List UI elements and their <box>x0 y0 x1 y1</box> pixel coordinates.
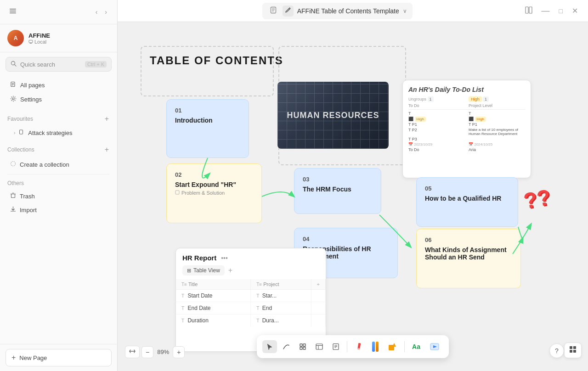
frame-tool-button[interactable] <box>295 340 310 353</box>
add-view-button[interactable]: + <box>227 265 233 275</box>
card-hrm-focus[interactable]: 03 The HRM Focus <box>294 168 381 214</box>
sidebar-item-trash[interactable]: Trash <box>3 189 114 203</box>
toolbar-separator-2 <box>404 341 405 352</box>
card-start-expound[interactable]: 02 Start Expound "HR" Problem & Solution <box>166 163 262 223</box>
minimize-button[interactable]: — <box>539 4 553 17</box>
project-col-icon: T≡ <box>256 282 262 287</box>
shapes-tool-button[interactable] <box>384 339 401 354</box>
text-tool-button[interactable]: Aa <box>408 340 424 353</box>
user-info: AFFiNE Local <box>28 32 50 45</box>
collections-label: Collections <box>7 146 34 153</box>
search-bar[interactable]: Quick search Ctrl + K <box>6 57 112 72</box>
todo-row-2: ⬛ High ⬛ High <box>408 117 525 121</box>
collections-section-header: Collections + <box>0 142 117 157</box>
svg-rect-0 <box>10 9 16 10</box>
table-row: T Duration T Dura... <box>176 315 326 327</box>
connector-tool-button[interactable] <box>279 340 294 353</box>
layout-toggle-button[interactable] <box>522 5 535 17</box>
row-icon-3: T <box>181 318 184 323</box>
user-location: Local <box>28 39 50 45</box>
card-06-number: 06 <box>425 236 512 243</box>
favourites-section-header: Favourites + <box>0 111 117 127</box>
sidebar: ‹ › A AFFiNE Local Quick searc <box>0 0 118 371</box>
sidebar-footer: + New Page <box>0 344 117 371</box>
new-page-label: New Page <box>19 354 47 361</box>
row-duration-title: T Duration <box>176 315 251 327</box>
pages-icon <box>10 81 17 89</box>
svg-rect-2 <box>10 13 16 14</box>
bottom-toolbar: Aa <box>257 335 449 358</box>
svg-point-12 <box>12 98 14 100</box>
close-button[interactable]: ✕ <box>569 5 581 17</box>
edit-mode-icon[interactable] <box>283 6 294 17</box>
sidebar-item-attack-strategies[interactable]: › Attack strategies <box>3 127 114 139</box>
todo-divider-1 <box>408 109 525 110</box>
select-tool-button[interactable] <box>262 340 277 353</box>
row-icon: T <box>181 293 184 298</box>
svg-rect-1 <box>10 11 16 11</box>
canvas-container: TABLE OF CONTENTS 01 Introduction 02 Sta… <box>118 22 588 371</box>
card-05-number: 05 <box>425 185 509 192</box>
settings-label: Settings <box>20 96 42 103</box>
add-favourite-button[interactable]: + <box>104 114 110 124</box>
zoom-out-button[interactable]: − <box>141 346 153 358</box>
card-03-number: 03 <box>303 176 373 183</box>
todo-card: An HR's Daily To-Do List Ungroups 1 High… <box>402 80 531 178</box>
svg-rect-5 <box>30 43 32 44</box>
db-card-header: HR Report ••• <box>176 248 326 265</box>
window-title: AFFiNE Table of Contents Template <box>297 7 399 15</box>
table-row: T Start Date T Star... <box>176 290 326 302</box>
user-name: AFFiNE <box>28 32 50 39</box>
help-button[interactable]: ? <box>549 343 564 358</box>
media-icon <box>430 342 440 352</box>
svg-line-7 <box>15 65 17 67</box>
nav-forward-button[interactable]: › <box>102 7 110 17</box>
fit-zoom-button[interactable] <box>125 346 140 358</box>
todo-row-p1: T P1 T P1 <box>408 122 525 127</box>
col-add[interactable]: + <box>311 279 325 290</box>
doc-mode-icon[interactable] <box>268 6 279 17</box>
row-icon-2: T <box>181 306 184 311</box>
nav-back-button[interactable]: ‹ <box>93 7 101 17</box>
shapes-icon <box>388 342 397 351</box>
todo-row-p3: T P3 <box>408 137 525 141</box>
chevron-right-icon: › <box>14 130 15 135</box>
card-what-kinds[interactable]: 06 What Kinds of Assignment Should an HR… <box>416 229 521 288</box>
add-collection-button[interactable]: + <box>104 145 110 155</box>
svg-rect-48 <box>573 350 576 353</box>
table-view-tab[interactable]: ⊞ Table View <box>182 265 225 275</box>
svg-rect-37 <box>357 343 361 349</box>
sidebar-item-create-collection[interactable]: Create a collection <box>3 157 114 171</box>
settings-icon <box>10 96 17 103</box>
zoom-in-button[interactable]: + <box>173 346 185 358</box>
card-qualified-hr[interactable]: 05 How to be a Qualified HR <box>416 177 518 227</box>
page-icon <box>19 129 24 136</box>
row-start-date-project: T Star... <box>251 290 311 302</box>
grid-view-button[interactable] <box>564 343 582 358</box>
sidebar-item-import[interactable]: Import <box>3 203 114 217</box>
todo-row-p2: T P2 Make a list of 10 employees of Huma… <box>408 128 525 136</box>
db-table-header-row: T≡Title T≡Project + <box>176 279 326 290</box>
pencil-tool-button[interactable] <box>351 340 367 354</box>
card-introduction[interactable]: 01 Introduction <box>166 99 249 158</box>
note-tool-button[interactable] <box>328 340 343 353</box>
toolbar-separator-1 <box>347 341 347 352</box>
template-tool-button[interactable] <box>312 340 327 353</box>
search-icon <box>11 61 17 68</box>
sidebar-item-all-pages[interactable]: All pages <box>3 78 114 92</box>
new-page-button[interactable]: + New Page <box>6 349 112 366</box>
sidebar-toggle-button[interactable] <box>7 6 18 18</box>
marker-tool-button[interactable] <box>368 339 382 354</box>
sidebar-item-settings[interactable]: Settings <box>3 92 114 107</box>
db-tabs: ⊞ Table View + <box>176 265 326 279</box>
card-01-number: 01 <box>175 107 240 114</box>
todo-card-title: An HR's Daily To-Do List <box>408 86 525 93</box>
title-dropdown-arrow[interactable]: ∨ <box>403 8 407 14</box>
db-card-menu[interactable]: ••• <box>221 254 228 262</box>
todo-dates: 📅 2023/10/29 📅 2024/10/25 <box>408 142 525 146</box>
media-tool-button[interactable] <box>426 339 443 354</box>
template-icon <box>316 343 323 350</box>
maximize-button[interactable]: □ <box>556 6 565 17</box>
fit-icon <box>129 348 136 354</box>
card-04-number: 04 <box>303 236 389 242</box>
